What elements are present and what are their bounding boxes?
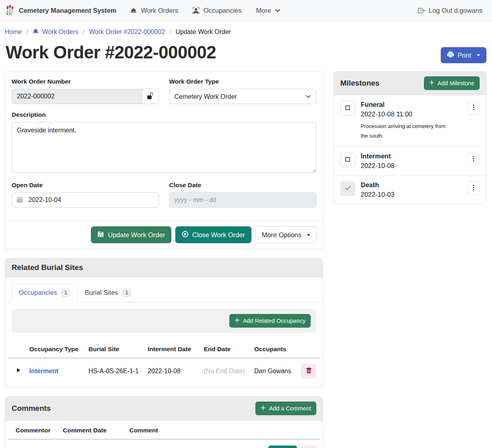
commentor-value: d.gowans — [8, 439, 59, 448]
nav-more[interactable]: More — [256, 7, 281, 14]
tab-occupancies-label: Occupancies — [19, 289, 57, 296]
open-date-label: Open Date — [12, 182, 159, 189]
tab-occupancies-count: 1 — [61, 288, 70, 297]
nav-occupancies-label: Occupancies — [203, 7, 241, 14]
tab-burial-sites[interactable]: Burial Sites 1 — [78, 284, 139, 302]
milestone-date: 2022-10-08 11:00 — [361, 110, 462, 118]
save-icon — [97, 231, 104, 239]
kebab-icon — [473, 104, 474, 112]
col-comment-date: Comment Date — [59, 422, 125, 439]
update-work-order-button[interactable]: Update Work Order — [91, 226, 171, 243]
person-bounding-box-icon — [193, 7, 199, 14]
add-related-occupancy-label: Add Related Occupancy — [243, 318, 305, 324]
kebab-icon — [473, 156, 474, 163]
print-button[interactable]: Print — [441, 47, 486, 63]
milestone-item-funeral: Funeral 2022-10-08 11:00 Procession arri… — [334, 95, 486, 147]
open-date-field: Open Date — [12, 182, 159, 208]
nav-work-orders[interactable]: Work Orders — [130, 7, 178, 14]
close-work-order-button[interactable]: Close Work Order — [175, 226, 251, 243]
more-options-label: More Options — [262, 231, 301, 239]
milestone-checkbox[interactable] — [340, 101, 355, 116]
work-order-number-field: Work Order Number — [12, 78, 159, 104]
square-unchecked-icon — [345, 157, 350, 163]
tab-occupancies[interactable]: Occupancies 1 — [12, 284, 78, 302]
comments-header: Comments Add a Comment — [5, 397, 323, 420]
milestone-checkbox[interactable] — [340, 152, 355, 167]
update-work-order-label: Update Work Order — [108, 231, 165, 239]
hardhat-icon — [130, 7, 137, 14]
col-commentor: Commentor — [8, 422, 59, 439]
burial-site-value: HS-A-0S-26E-1-1 — [84, 358, 144, 384]
add-related-occupancy-button[interactable]: Add Related Occupancy — [229, 314, 311, 328]
form-actions: Update Work Order Close Work Order More … — [5, 220, 323, 249]
print-label: Print — [458, 52, 471, 59]
nav-work-orders-label: Work Orders — [141, 7, 178, 14]
brand[interactable]: Cemetery Management System — [5, 4, 116, 17]
col-occupants: Occupants — [250, 341, 297, 358]
milestone-checkbox-checked[interactable] — [340, 181, 355, 196]
comments-table: Commentor Comment Date Comment d.gowans … — [8, 422, 320, 448]
col-occupancy-type: Occupancy Type — [25, 341, 84, 358]
open-date-input[interactable] — [12, 192, 159, 208]
caret-down-icon — [477, 54, 480, 56]
check-icon — [345, 185, 351, 192]
plus-icon — [429, 80, 434, 86]
breadcrumb-home[interactable]: Home — [5, 28, 22, 36]
occupancy-type-link[interactable]: Interment — [29, 368, 58, 374]
unlock-icon — [147, 92, 154, 100]
milestones-header: Milestones Add Milestone — [334, 72, 486, 95]
plus-icon — [261, 405, 266, 412]
breadcrumb-work-order[interactable]: Work Order #2022-000002 — [89, 28, 165, 36]
col-comment: Comment — [125, 422, 264, 439]
work-order-number-input[interactable] — [12, 89, 142, 104]
occupancy-row: Interment HS-A-0S-26E-1-1 2022-10-08 (No… — [8, 358, 320, 384]
top-navbar: Cemetery Management System Work Orders O… — [0, 0, 492, 22]
breadcrumb-separator: / — [169, 28, 171, 36]
work-order-type-label: Work Order Type — [169, 78, 317, 85]
trash-icon — [306, 368, 312, 375]
plus-icon — [235, 318, 240, 324]
add-milestone-button[interactable]: Add Milestone — [424, 76, 480, 90]
milestone-date: 2022-10-03 — [361, 191, 462, 198]
work-order-type-select[interactable]: Cemetery Work Order — [169, 89, 317, 104]
add-comment-label: Add a Comment — [269, 405, 311, 412]
milestone-title: Funeral — [361, 101, 462, 108]
expand-row-icon[interactable] — [16, 368, 21, 374]
work-order-type-field: Work Order Type Cemetery Work Order — [169, 78, 317, 104]
hardhat-icon — [32, 28, 39, 36]
nav-occupancies[interactable]: Occupancies — [193, 7, 241, 14]
printer-icon — [447, 51, 454, 60]
milestone-item-death: Death 2022-10-03 — [334, 176, 486, 204]
edit-comment-button[interactable]: Edit — [268, 446, 297, 448]
related-burial-sites-title: Related Burial Sites — [12, 263, 83, 272]
stop-circle-icon — [182, 231, 189, 239]
unlock-button[interactable] — [142, 89, 159, 104]
milestone-description: Procession arriving at cemetery from the… — [361, 122, 454, 141]
related-tabs: Occupancies 1 Burial Sites 1 — [5, 277, 323, 302]
page-title: Work Order #2022-000002 — [6, 42, 216, 63]
close-date-input[interactable] — [169, 192, 317, 208]
milestone-menu-button[interactable] — [467, 181, 480, 195]
more-options-button[interactable]: More Options — [255, 226, 317, 243]
col-end-date: End Date — [200, 341, 250, 358]
close-date-field: Close Date — [169, 182, 317, 208]
breadcrumb-work-orders[interactable]: Work Orders — [32, 28, 78, 36]
comment-text: Family scheduled to be on site at 12:30. — [125, 439, 264, 448]
milestone-menu-button[interactable] — [467, 101, 480, 115]
milestone-menu-button[interactable] — [467, 152, 480, 166]
delete-comment-button[interactable] — [301, 445, 316, 448]
milestone-date: 2022-10-08 — [361, 162, 462, 170]
delete-occupancy-button[interactable] — [301, 364, 316, 378]
breadcrumb-work-orders-label: Work Orders — [42, 28, 78, 36]
description-textarea[interactable]: Graveside interment. — [12, 122, 316, 173]
milestone-title: Interment — [361, 152, 462, 160]
breadcrumb-separator: / — [26, 28, 28, 36]
milestone-title: Death — [361, 181, 462, 189]
logout-button[interactable]: Log Out d.gowans — [418, 7, 482, 14]
caret-down-icon — [307, 234, 310, 236]
breadcrumb-separator: / — [83, 28, 84, 36]
nav-more-label: More — [256, 7, 271, 14]
brand-title: Cemetery Management System — [19, 7, 116, 14]
tulip-logo-icon — [5, 4, 15, 17]
add-comment-button[interactable]: Add a Comment — [255, 402, 316, 415]
